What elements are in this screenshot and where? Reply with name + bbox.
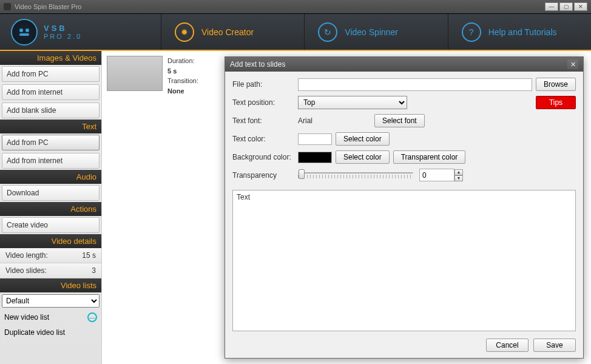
dialog-titlebar: Add text to slides ✕ bbox=[225, 57, 583, 72]
filepath-label: File path: bbox=[232, 80, 294, 89]
app-icon bbox=[4, 3, 11, 10]
save-button[interactable]: Save bbox=[533, 339, 576, 352]
audio-download-button[interactable]: Download bbox=[2, 185, 100, 201]
video-length-label: Video length: bbox=[5, 251, 48, 260]
logo: VSB PRO 2.0 bbox=[0, 14, 161, 50]
text-font-label: Text font: bbox=[232, 116, 294, 125]
logo-line1: VSB bbox=[44, 24, 82, 33]
create-video-button[interactable]: Create video bbox=[2, 217, 100, 233]
dialog-close-button[interactable]: ✕ bbox=[567, 59, 578, 69]
add-text-dialog: Add text to slides ✕ File path: Browse T… bbox=[225, 56, 584, 359]
close-button[interactable]: ✕ bbox=[574, 2, 587, 11]
section-video-lists: Video lists bbox=[0, 278, 101, 292]
nav-video-spinner[interactable]: ↻ Video Spinner bbox=[304, 14, 447, 50]
minimize-button[interactable]: — bbox=[545, 2, 558, 11]
top-nav: VSB PRO 2.0 ✹ Video Creator ↻ Video Spin… bbox=[0, 13, 591, 51]
sidebar: Images & Videos Add from PC Add from int… bbox=[0, 51, 102, 364]
question-icon: ? bbox=[462, 22, 481, 42]
add-blank-slide-button[interactable]: Add blank slide bbox=[2, 103, 100, 118]
transition-value: None bbox=[167, 87, 184, 95]
transition-label: Transition: bbox=[167, 76, 198, 86]
add-from-internet-button[interactable]: Add from internet bbox=[2, 84, 100, 100]
text-color-swatch bbox=[298, 133, 332, 145]
text-position-label: Text position: bbox=[232, 98, 294, 107]
new-video-list-row[interactable]: New video list — bbox=[0, 309, 101, 325]
nav-help[interactable]: ? Help and Tutorials bbox=[448, 14, 591, 50]
transparency-slider[interactable] bbox=[298, 172, 413, 174]
tips-button[interactable]: Tips bbox=[536, 96, 576, 109]
video-length-row: Video length: 15 s bbox=[0, 248, 101, 263]
text-font-value: Arial bbox=[298, 116, 371, 125]
duration-value: 5 s bbox=[167, 67, 177, 75]
titlebar: Video Spin Blaster Pro — ▢ ✕ bbox=[0, 0, 591, 13]
transparency-input[interactable] bbox=[419, 169, 454, 181]
browse-button[interactable]: Browse bbox=[536, 78, 576, 91]
spin-down-button[interactable]: ▼ bbox=[454, 175, 463, 181]
duplicate-video-list-label: Duplicate video list bbox=[4, 328, 65, 337]
nav-label: Help and Tutorials bbox=[488, 27, 557, 37]
video-list-select[interactable]: Default bbox=[2, 294, 100, 308]
nav-video-creator[interactable]: ✹ Video Creator bbox=[161, 14, 304, 50]
select-text-color-button[interactable]: Select color bbox=[336, 132, 390, 146]
video-length-value: 15 s bbox=[82, 251, 96, 260]
section-actions: Actions bbox=[0, 202, 101, 216]
bg-color-label: Background color: bbox=[232, 153, 294, 161]
section-text: Text bbox=[0, 120, 101, 133]
video-slides-label: Video slides: bbox=[5, 266, 47, 275]
maximize-button[interactable]: ▢ bbox=[559, 2, 573, 11]
select-bg-color-button[interactable]: Select color bbox=[336, 150, 390, 164]
window-title: Video Spin Blaster Pro bbox=[15, 3, 81, 10]
nav-label: Video Creator bbox=[201, 27, 254, 37]
text-position-select[interactable]: Top bbox=[298, 96, 407, 109]
svg-point-1 bbox=[25, 29, 29, 32]
add-from-pc-button[interactable]: Add from PC bbox=[2, 66, 100, 82]
text-box-label: Text bbox=[237, 193, 250, 201]
video-slides-value: 3 bbox=[92, 266, 96, 275]
add-list-icon[interactable]: — bbox=[87, 312, 97, 322]
slide-thumbnail[interactable] bbox=[107, 56, 163, 91]
dialog-title: Add text to slides bbox=[230, 60, 285, 69]
video-slides-row: Video slides: 3 bbox=[0, 263, 101, 278]
transparent-color-button[interactable]: Transparent color bbox=[393, 150, 466, 164]
filepath-input[interactable] bbox=[298, 78, 532, 91]
text-color-label: Text color: bbox=[232, 135, 294, 143]
logo-badge-icon bbox=[11, 19, 38, 46]
spin-up-button[interactable]: ▲ bbox=[454, 169, 463, 175]
bg-color-swatch bbox=[298, 152, 332, 163]
duplicate-video-list-row[interactable]: Duplicate video list bbox=[0, 325, 101, 340]
section-video-details: Video details bbox=[0, 234, 101, 248]
svg-point-0 bbox=[19, 29, 23, 32]
slide-meta: Duration: 5 s Transition: None bbox=[167, 56, 198, 96]
slider-thumb[interactable] bbox=[299, 169, 305, 179]
new-video-list-label: New video list bbox=[4, 313, 49, 322]
text-add-from-internet-button[interactable]: Add from internet bbox=[2, 153, 100, 169]
select-font-button[interactable]: Select font bbox=[374, 114, 425, 127]
section-audio: Audio bbox=[0, 170, 101, 184]
refresh-icon: ↻ bbox=[318, 22, 337, 42]
nav-label: Video Spinner bbox=[345, 27, 398, 37]
transparency-label: Transparency bbox=[232, 171, 294, 180]
section-images-videos: Images & Videos bbox=[0, 51, 101, 65]
slider-ticks bbox=[298, 175, 413, 178]
text-content-box[interactable]: Text bbox=[232, 190, 576, 331]
svg-rect-2 bbox=[19, 33, 29, 36]
gear-icon: ✹ bbox=[175, 22, 194, 42]
text-add-from-pc-button[interactable]: Add from PC bbox=[2, 135, 100, 150]
logo-line2: PRO 2.0 bbox=[44, 33, 82, 40]
duration-label: Duration: bbox=[167, 56, 198, 66]
cancel-button[interactable]: Cancel bbox=[486, 339, 529, 352]
